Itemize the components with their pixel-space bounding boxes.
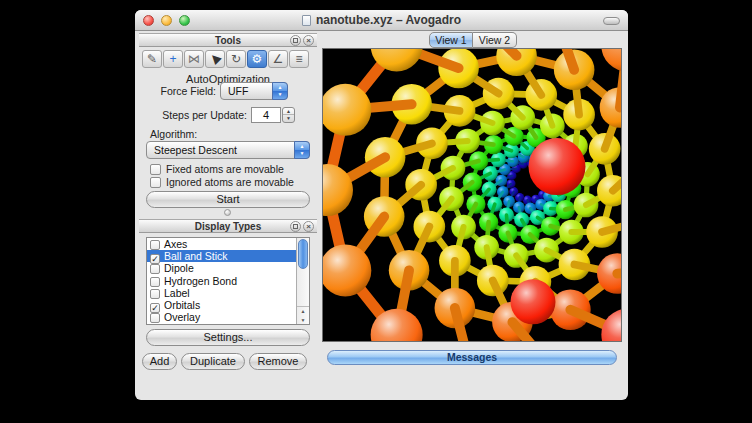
unchecked-checkbox-icon[interactable] (150, 177, 161, 188)
display-types-panel-title: Display Types (195, 221, 262, 232)
display-type-label: Orbitals (164, 299, 200, 311)
popup-arrows-icon: ▲▼ (294, 141, 310, 159)
measure-tool-button[interactable]: ∠ (268, 50, 288, 68)
unchecked-checkbox-icon[interactable] (150, 264, 160, 274)
float-panel-button[interactable] (290, 221, 301, 232)
avogadro-window: nanotube.xyz – Avogadro Tools × ✎+⋈▶↻⚙∠≡… (135, 10, 628, 400)
display-type-row[interactable]: Dipole (147, 262, 296, 274)
remove-button[interactable]: Remove (249, 353, 307, 370)
title-bar[interactable]: nanotube.xyz – Avogadro (135, 10, 628, 31)
float-panel-button[interactable] (290, 35, 301, 46)
force-field-value: UFF (228, 85, 269, 97)
splitter-handle[interactable] (224, 209, 231, 216)
close-icon: × (306, 36, 311, 45)
unchecked-checkbox-icon[interactable] (150, 313, 160, 323)
display-type-label: Axes (164, 238, 187, 250)
vertical-scrollbar[interactable]: ▲▼ (296, 238, 309, 324)
stepper-down-icon[interactable]: ▼ (283, 115, 294, 122)
nanotube-render (323, 49, 622, 342)
window-title: nanotube.xyz – Avogadro (205, 13, 558, 27)
gl-viewport[interactable] (322, 48, 622, 342)
fixed-atoms-checkbox-row[interactable]: Fixed atoms are movable (150, 163, 284, 176)
bond-centric-tool-icon: ⋈ (188, 52, 200, 66)
float-icon (293, 38, 298, 43)
zoom-window-button[interactable] (179, 15, 190, 26)
force-field-label: Force Field: (139, 84, 216, 98)
algorithm-value: Steepest Descent (154, 144, 291, 156)
steps-per-update-label: Steps per Update: (139, 108, 247, 122)
stepper-up-icon[interactable]: ▲ (283, 108, 294, 115)
unchecked-checkbox-icon[interactable] (150, 289, 160, 299)
auto-rotate-tool-button[interactable]: ↻ (226, 50, 246, 68)
display-buttons-row: AddDuplicateRemove (139, 353, 317, 370)
force-field-popup[interactable]: UFF ▲▼ (220, 82, 288, 100)
duplicate-button[interactable]: Duplicate (181, 353, 245, 370)
selection-tool-button[interactable]: ▶ (205, 50, 225, 68)
close-panel-button[interactable]: × (303, 35, 314, 46)
display-type-row[interactable]: Overlay (147, 311, 296, 323)
align-tool-button[interactable]: ≡ (289, 50, 309, 68)
display-type-label: Label (164, 287, 190, 299)
minimize-window-button[interactable] (161, 15, 172, 26)
navigate-tool-icon: + (169, 52, 176, 66)
unchecked-checkbox-icon[interactable] (150, 277, 160, 287)
messages-button[interactable]: Messages (327, 350, 617, 365)
display-type-row[interactable]: Label (147, 287, 296, 299)
tab-view-1[interactable]: View 1 (429, 32, 473, 48)
tools-toolbar: ✎+⋈▶↻⚙∠≡ (142, 50, 310, 69)
tab-view-2[interactable]: View 2 (473, 32, 517, 48)
view-tabbar: View 1View 2 (429, 32, 517, 49)
display-type-row[interactable]: ✓Ball and Stick (147, 250, 296, 262)
scrollbar-thumb[interactable] (298, 239, 308, 269)
settings-button[interactable]: Settings... (146, 329, 310, 346)
display-type-list: Axes✓Ball and StickDipoleHydrogen BondLa… (147, 238, 296, 323)
close-icon: × (306, 222, 311, 231)
add-button[interactable]: Add (142, 353, 177, 370)
measure-tool-icon: ∠ (273, 52, 284, 66)
auto-optimize-tool-icon: ⚙ (252, 52, 263, 66)
display-type-label: Ball and Stick (164, 250, 228, 262)
display-types-panel-header[interactable]: Display Types × (139, 219, 317, 233)
display-type-row[interactable]: Axes (147, 238, 296, 250)
display-type-row[interactable]: Hydrogen Bond (147, 275, 296, 287)
bond-centric-tool-button[interactable]: ⋈ (184, 50, 204, 68)
fixed-atoms-label: Fixed atoms are movable (166, 163, 284, 175)
close-panel-button[interactable]: × (303, 221, 314, 232)
steps-stepper[interactable]: ▲ ▼ (282, 107, 295, 123)
align-tool-icon: ≡ (295, 52, 302, 66)
display-type-row[interactable]: ✓Orbitals (147, 299, 296, 311)
selection-tool-icon: ▶ (206, 50, 224, 68)
display-type-label: Dipole (164, 262, 194, 274)
navigate-tool-button[interactable]: + (163, 50, 183, 68)
unchecked-checkbox-icon[interactable] (150, 240, 160, 250)
draw-tool-button[interactable]: ✎ (142, 50, 162, 68)
draw-tool-icon: ✎ (147, 52, 157, 66)
algorithm-label: Algorithm: (150, 127, 197, 141)
toolbar-pill-button[interactable] (603, 17, 620, 25)
ignored-atoms-checkbox-row[interactable]: Ignored atoms are movable (150, 176, 294, 189)
start-button[interactable]: Start (146, 191, 310, 208)
algorithm-popup[interactable]: Steepest Descent ▲▼ (146, 141, 310, 159)
close-window-button[interactable] (143, 15, 154, 26)
left-dock: Tools × ✎+⋈▶↻⚙∠≡ AutoOptimization Force … (139, 33, 317, 396)
scrollbar-arrows[interactable]: ▲▼ (297, 306, 309, 324)
auto-rotate-tool-icon: ↻ (231, 52, 241, 66)
tools-panel-header[interactable]: Tools × (139, 33, 317, 47)
float-icon (293, 224, 298, 229)
ignored-atoms-label: Ignored atoms are movable (166, 176, 294, 188)
display-type-listbox: Axes✓Ball and StickDipoleHydrogen BondLa… (146, 237, 310, 325)
steps-per-update-field[interactable]: 4 (251, 107, 281, 123)
display-type-label: Overlay (164, 311, 200, 323)
display-type-label: Hydrogen Bond (164, 275, 237, 287)
tools-panel-title: Tools (215, 35, 241, 46)
auto-optimize-tool-button[interactable]: ⚙ (247, 50, 267, 68)
document-icon (302, 15, 311, 26)
popup-arrows-icon: ▲▼ (272, 82, 288, 100)
unchecked-checkbox-icon[interactable] (150, 164, 161, 175)
